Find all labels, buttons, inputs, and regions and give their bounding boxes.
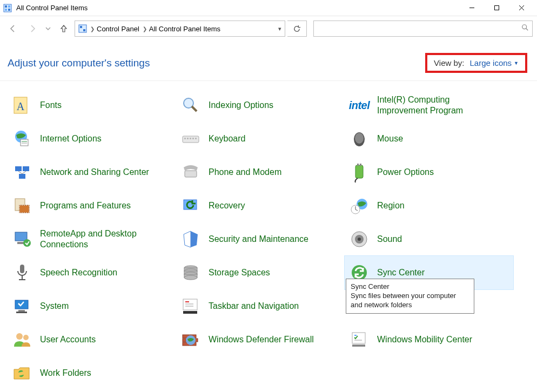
tooltip-sync-center: Sync Center Sync files between your comp…: [346, 279, 474, 314]
remoteapp-icon: [12, 229, 32, 249]
item-programs-features[interactable]: Programs and Features: [8, 189, 176, 222]
item-remoteapp-desktop-connections[interactable]: RemoteApp and Desktop Connections: [8, 222, 176, 256]
item-label: Fonts: [40, 100, 62, 111]
svg-rect-10: [80, 26, 82, 28]
item-power-options[interactable]: Power Options: [345, 156, 513, 189]
svg-point-72: [16, 333, 23, 340]
refresh-button[interactable]: [287, 21, 307, 37]
intel-logo-text: intel: [349, 99, 370, 112]
tooltip-body: Sync files between your computer and net…: [351, 292, 469, 310]
item-mouse[interactable]: Mouse: [345, 122, 513, 156]
item-security-maintenance[interactable]: Security and Maintenance: [176, 222, 345, 256]
taskbar-navigation-icon: [180, 296, 201, 316]
svg-rect-66: [16, 312, 27, 313]
svg-rect-30: [15, 166, 22, 171]
item-keyboard[interactable]: Keyboard: [176, 122, 345, 156]
item-system[interactable]: System: [8, 289, 176, 323]
svg-rect-24: [187, 138, 189, 139]
system-icon: [12, 296, 32, 316]
item-label: Mouse: [377, 133, 403, 144]
item-label: User Accounts: [40, 334, 96, 345]
back-button[interactable]: [4, 20, 22, 37]
svg-point-73: [23, 335, 29, 340]
item-label: Work Folders: [40, 368, 91, 379]
svg-rect-35: [185, 171, 197, 177]
up-button[interactable]: [55, 20, 72, 37]
recent-locations-dropdown[interactable]: [43, 20, 53, 37]
forward-button[interactable]: [24, 20, 41, 37]
svg-point-62: [184, 275, 197, 280]
control-panel-grid: A Fonts Indexing Options intel Intel(R) …: [0, 81, 537, 390]
item-speech-recognition[interactable]: Speech Recognition: [8, 256, 176, 289]
item-network-sharing-center[interactable]: Network and Sharing Center: [8, 156, 176, 189]
item-windows-mobility-center[interactable]: Windows Mobility Center: [345, 323, 513, 356]
item-work-folders[interactable]: Work Folders: [8, 356, 176, 390]
svg-rect-2: [8, 5, 10, 8]
item-taskbar-navigation[interactable]: Taskbar and Navigation: [176, 289, 345, 323]
item-label: Windows Mobility Center: [377, 334, 472, 345]
item-label: Keyboard: [209, 133, 246, 144]
minimize-button[interactable]: [459, 0, 484, 16]
svg-rect-67: [183, 299, 197, 310]
svg-point-49: [23, 239, 31, 247]
window-title: All Control Panel Items: [16, 4, 88, 12]
sound-icon: [349, 229, 370, 249]
svg-rect-1: [5, 5, 7, 8]
speech-recognition-icon: [12, 262, 32, 283]
svg-rect-36: [355, 165, 363, 178]
close-button[interactable]: [509, 0, 534, 16]
breadcrumb-current[interactable]: ❯ All Control Panel Items: [143, 25, 220, 33]
firewall-icon: [180, 329, 201, 350]
svg-rect-23: [184, 138, 186, 139]
item-label: Windows Defender Firewall: [209, 334, 314, 345]
item-windows-defender-firewall[interactable]: Windows Defender Firewall: [176, 323, 345, 356]
item-region[interactable]: Region: [345, 189, 513, 222]
view-by-dropdown[interactable]: Large icons ▼: [470, 58, 519, 67]
tooltip-title: Sync Center: [351, 282, 469, 292]
region-icon: [349, 195, 370, 216]
view-by-value-text: Large icons: [470, 58, 512, 67]
header-row: Adjust your computer's settings View by:…: [0, 41, 537, 80]
item-label: Taskbar and Navigation: [209, 301, 299, 312]
item-indexing-options[interactable]: Indexing Options: [176, 89, 345, 122]
address-dropdown-icon[interactable]: ▾: [278, 25, 281, 32]
maximize-button[interactable]: [484, 0, 509, 16]
programs-features-icon: [12, 195, 32, 216]
svg-line-33: [18, 171, 22, 174]
svg-line-17: [192, 106, 197, 111]
item-label: Recovery: [209, 200, 245, 211]
item-label: Intel(R) Computing Improvement Program: [377, 94, 501, 116]
breadcrumb-root[interactable]: ❯ Control Panel: [90, 25, 139, 33]
titlebar: All Control Panel Items: [0, 0, 537, 16]
indexing-icon: [180, 95, 201, 116]
svg-rect-53: [20, 265, 24, 273]
mobility-center-icon: [349, 329, 370, 350]
chevron-down-icon: ▼: [514, 60, 519, 66]
item-internet-options[interactable]: Internet Options: [8, 122, 176, 156]
item-sound[interactable]: Sound: [345, 222, 513, 256]
phone-modem-icon: [180, 162, 201, 183]
storage-spaces-icon: [180, 262, 201, 283]
recovery-icon: [180, 195, 201, 216]
item-storage-spaces[interactable]: Storage Spaces: [176, 256, 345, 289]
svg-rect-6: [494, 6, 499, 10]
item-label: Sync Center: [377, 267, 425, 278]
item-label: Sound: [377, 234, 402, 245]
svg-rect-4: [8, 9, 10, 11]
address-bar[interactable]: ❯ Control Panel ❯ All Control Panel Item…: [75, 21, 285, 37]
item-label: Phone and Modem: [209, 167, 281, 178]
item-phone-modem[interactable]: Phone and Modem: [176, 156, 345, 189]
security-maintenance-icon: [180, 229, 201, 249]
item-user-accounts[interactable]: User Accounts: [8, 323, 176, 356]
item-intel-computing-improvement[interactable]: intel Intel(R) Computing Improvement Pro…: [345, 89, 513, 122]
fonts-icon: A: [12, 95, 32, 116]
search-input[interactable]: [313, 21, 533, 37]
item-recovery[interactable]: Recovery: [176, 189, 345, 222]
svg-line-34: [22, 171, 26, 174]
svg-rect-85: [352, 344, 365, 347]
svg-rect-26: [192, 138, 194, 139]
svg-rect-47: [15, 232, 27, 241]
network-icon: [12, 162, 32, 183]
item-label: Security and Maintenance: [209, 234, 308, 245]
item-fonts[interactable]: A Fonts: [8, 89, 176, 122]
